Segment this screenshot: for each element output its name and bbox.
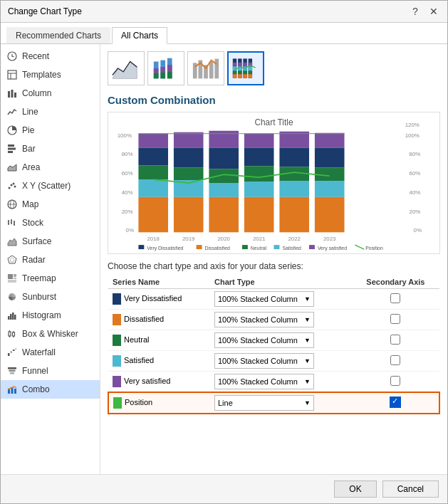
- sidebar-item-bar[interactable]: Bar: [1, 140, 100, 158]
- sidebar-item-map[interactable]: Map: [1, 195, 100, 214]
- secondary-axis-checkbox-dissatisfied[interactable]: [390, 314, 400, 324]
- svg-rect-34: [14, 278, 16, 279]
- sidebar-item-waterfall[interactable]: Waterfall: [1, 343, 100, 362]
- secondary-axis-checkbox-satisfied[interactable]: [390, 355, 400, 365]
- series-name-cell-very-satisfied: Very satisfied: [108, 372, 210, 393]
- series-row-very-satisfied: Very satisfied100% Stacked Column▼: [108, 372, 439, 393]
- chart-type-cell-position: Line▼: [210, 392, 352, 414]
- series-name-cell-dissatisfied: Dissatisfied: [108, 310, 210, 330]
- close-button[interactable]: ✕: [427, 5, 440, 18]
- secondary-axis-checkbox-position[interactable]: [390, 397, 401, 408]
- series-row-neutral: Neutral100% Stacked Column▼: [108, 330, 439, 351]
- chart-type-select-neutral[interactable]: 100% Stacked Column▼: [214, 332, 314, 348]
- chart-type-cell-very-dissatisfied: 100% Stacked Column▼: [210, 289, 352, 310]
- chart-type-btn-3[interactable]: [187, 51, 224, 85]
- svg-marker-31: [10, 258, 14, 262]
- stock-icon: [6, 217, 18, 229]
- svg-rect-125: [244, 197, 274, 233]
- svg-rect-106: [138, 134, 168, 148]
- sidebar-item-treemap[interactable]: Treemap: [1, 269, 100, 288]
- cancel-button[interactable]: Cancel: [382, 481, 439, 498]
- sidebar-item-sunburst[interactable]: Sunburst: [1, 288, 100, 306]
- series-section-label: Choose the chart type and axis for your …: [108, 261, 440, 271]
- sidebar-item-column[interactable]: Column: [1, 84, 100, 103]
- series-name-cell-very-dissatisfied: Very Dissatisfied: [108, 289, 210, 310]
- svg-rect-45: [13, 332, 15, 336]
- svg-text:60%: 60%: [410, 170, 421, 177]
- secondary-axis-checkbox-neutral[interactable]: [390, 335, 400, 345]
- svg-rect-7: [11, 90, 14, 98]
- sidebar-item-combo[interactable]: Combo: [1, 380, 100, 399]
- chart-type-select-very-satisfied[interactable]: 100% Stacked Column▼: [214, 374, 314, 389]
- sidebar-label-area: Area: [22, 162, 40, 172]
- help-button[interactable]: ?: [409, 5, 422, 18]
- svg-rect-143: [138, 245, 144, 249]
- svg-point-17: [14, 186, 16, 188]
- svg-rect-111: [174, 132, 204, 148]
- chevron-down-icon: ▼: [304, 337, 311, 344]
- svg-text:80%: 80%: [122, 151, 133, 157]
- series-name-very-satisfied: Very satisfied: [124, 377, 170, 385]
- sidebar-item-funnel[interactable]: Funnel: [1, 362, 100, 380]
- svg-rect-108: [138, 165, 168, 179]
- sidebar-item-stock[interactable]: Stock: [1, 214, 100, 232]
- line-icon: [6, 106, 18, 117]
- secondary-axis-checkbox-very-satisfied[interactable]: [390, 376, 400, 386]
- chart-type-cell-very-satisfied: 100% Stacked Column▼: [210, 372, 352, 393]
- tab-all-charts[interactable]: All Charts: [112, 27, 167, 44]
- chart-type-select-dissatisfied[interactable]: 100% Stacked Column▼: [214, 312, 314, 327]
- series-row-dissatisfied: Dissatisfied100% Stacked Column▼: [108, 310, 439, 330]
- sidebar-item-box[interactable]: Box & Whisker: [1, 325, 100, 343]
- svg-rect-47: [8, 353, 10, 356]
- svg-text:2021: 2021: [253, 236, 266, 242]
- svg-text:2020: 2020: [217, 236, 230, 242]
- column-icon: [6, 88, 18, 99]
- series-table: Series Name Chart Type Secondary Axis Ve…: [108, 275, 440, 414]
- sidebar-item-surface[interactable]: Surface: [1, 232, 100, 251]
- tab-recommended[interactable]: Recommended Charts: [6, 27, 110, 43]
- dialog-title: Change Chart Type: [8, 6, 82, 16]
- change-chart-type-dialog: Change Chart Type ? ✕ Recommended Charts…: [0, 0, 448, 504]
- svg-rect-117: [209, 148, 239, 169]
- svg-rect-83: [243, 63, 246, 66]
- svg-text:Dissatisfied: Dissatisfied: [204, 246, 230, 251]
- svg-rect-70: [209, 61, 214, 78]
- sidebar-item-radar[interactable]: Radar: [1, 251, 100, 269]
- svg-text:100%: 100%: [405, 132, 420, 139]
- svg-rect-11: [8, 148, 16, 150]
- sidebar-label-waterfall: Waterfall: [22, 347, 56, 357]
- map-icon: [6, 199, 18, 210]
- chart-type-btn-4[interactable]: [227, 51, 264, 85]
- svg-rect-107: [138, 148, 168, 166]
- svg-rect-131: [315, 133, 345, 148]
- chart-type-select-position[interactable]: Line▼: [214, 395, 314, 411]
- title-bar: Change Chart Type ? ✕: [1, 1, 447, 23]
- svg-rect-122: [244, 148, 274, 167]
- chart-type-select-very-dissatisfied[interactable]: 100% Stacked Column▼: [214, 291, 314, 307]
- secondary-axis-cell-dissatisfied: [352, 310, 439, 330]
- series-name-neutral: Neutral: [124, 335, 149, 344]
- chart-type-btn-2[interactable]: [147, 51, 184, 85]
- svg-rect-89: [249, 66, 252, 70]
- sidebar-item-area[interactable]: Area: [1, 158, 100, 177]
- chevron-down-icon: ▼: [304, 357, 311, 364]
- chevron-down-icon: ▼: [304, 399, 311, 406]
- sidebar-label-stock: Stock: [22, 218, 43, 228]
- svg-rect-10: [8, 145, 14, 147]
- sidebar-label-surface: Surface: [22, 236, 51, 246]
- chart-type-btn-1[interactable]: [108, 51, 145, 85]
- secondary-axis-checkbox-very-dissatisfied[interactable]: [390, 293, 400, 303]
- chart-preview: Chart Title 0% 20% 40% 60% 80% 100% 0% 2…: [108, 112, 440, 254]
- sidebar-item-recent[interactable]: Recent: [1, 47, 100, 65]
- svg-rect-3: [8, 70, 16, 79]
- svg-text:40%: 40%: [122, 189, 133, 196]
- sidebar-item-templates[interactable]: Templates: [1, 65, 100, 84]
- chart-type-select-satisfied[interactable]: 100% Stacked Column▼: [214, 353, 314, 369]
- sidebar-item-histogram[interactable]: Histogram: [1, 306, 100, 325]
- svg-rect-135: [315, 197, 345, 233]
- sidebar-item-line[interactable]: Line: [1, 103, 100, 121]
- sidebar-item-xy[interactable]: X Y (Scatter): [1, 177, 100, 195]
- svg-text:0%: 0%: [414, 227, 422, 233]
- ok-button[interactable]: OK: [334, 481, 376, 498]
- sidebar-item-pie[interactable]: Pie: [1, 121, 100, 140]
